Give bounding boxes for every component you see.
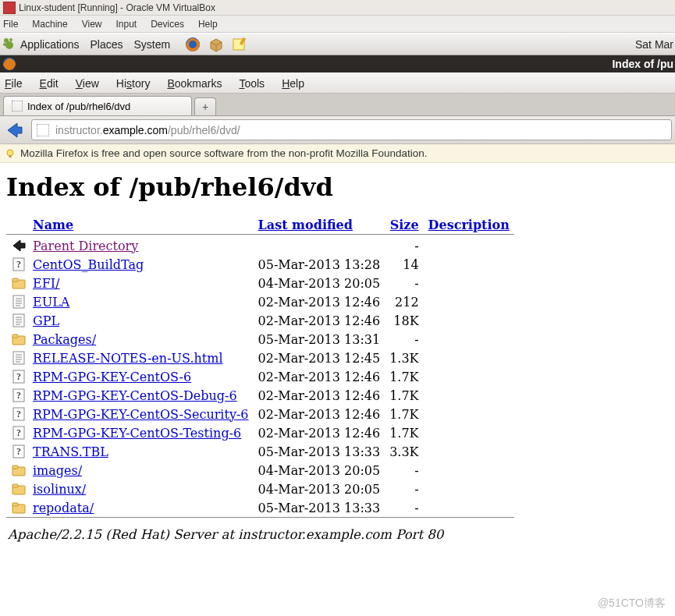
firefox-window-title: Index of /pu <box>17 58 675 70</box>
virtualbox-titlebar: Linux-student [Running] - Oracle VM Virt… <box>0 0 675 16</box>
gnome-foot-icon <box>2 37 17 51</box>
folder-icon <box>6 461 28 480</box>
firefox-launcher-icon[interactable] <box>184 36 201 53</box>
file-link[interactable]: RELEASE-NOTES-en-US.html <box>33 351 223 366</box>
tab-favicon <box>12 101 23 112</box>
table-row: RPM-GPG-KEY-CentOS-602-Mar-2013 12:461.7… <box>6 367 514 386</box>
gnome-menu-applications[interactable]: Applications <box>20 38 80 51</box>
file-link[interactable]: TRANS.TBL <box>33 444 108 459</box>
virtualbox-menubar: File Machine View Input Devices Help <box>0 16 675 33</box>
unknown-icon <box>6 255 28 274</box>
table-row: EULA02-Mar-2013 12:46212 <box>6 292 514 311</box>
gnome-clock[interactable]: Sat Mar <box>635 38 673 51</box>
file-description <box>424 292 514 311</box>
folder-icon <box>6 330 28 349</box>
new-tab-button[interactable]: + <box>194 97 216 115</box>
file-description <box>424 498 514 518</box>
file-link[interactable]: Packages/ <box>33 332 96 347</box>
text-icon <box>6 349 28 367</box>
table-row: Parent Directory- <box>6 236 514 255</box>
table-row: RPM-GPG-KEY-CentOS-Security-602-Mar-2013… <box>6 405 514 423</box>
firefox-menubar: File Edit View History Bookmarks Tools H… <box>0 73 675 94</box>
ff-menu-history[interactable]: History <box>116 77 151 90</box>
file-description <box>424 274 514 292</box>
plus-icon: + <box>202 101 208 113</box>
gnome-menu-places[interactable]: Places <box>91 38 123 51</box>
file-link[interactable]: EFI/ <box>33 276 60 291</box>
file-modified: 02-Mar-2013 12:46 <box>254 292 385 311</box>
col-size[interactable]: Size <box>390 218 419 232</box>
file-size: 1.7K <box>385 405 423 423</box>
file-description <box>424 386 514 405</box>
notes-launcher-icon[interactable] <box>231 36 248 53</box>
file-link[interactable]: Parent Directory <box>33 239 138 253</box>
file-description <box>424 255 514 274</box>
tab-current[interactable]: Index of /pub/rhel6/dvd <box>3 96 192 115</box>
table-row: CentOS_BuildTag05-Mar-2013 13:2814 <box>6 255 514 274</box>
file-link[interactable]: RPM-GPG-KEY-CentOS-Debug-6 <box>33 388 237 403</box>
ff-menu-bookmarks[interactable]: Bookmarks <box>167 77 222 90</box>
file-modified: 02-Mar-2013 12:45 <box>254 349 385 367</box>
vbox-menu-file[interactable]: File <box>3 19 18 30</box>
ff-menu-view[interactable]: View <box>76 77 99 90</box>
lightbulb-icon <box>5 148 16 159</box>
file-size: 1.7K <box>385 386 423 405</box>
file-modified: 05-Mar-2013 13:33 <box>254 442 385 461</box>
ff-menu-edit[interactable]: Edit <box>40 77 59 90</box>
tab-title: Index of /pub/rhel6/dvd <box>27 101 130 112</box>
file-description <box>424 461 514 480</box>
file-link[interactable]: RPM-GPG-KEY-CentOS-Testing-6 <box>33 426 241 441</box>
back-icon <box>6 236 28 255</box>
table-row: images/04-Mar-2013 20:05- <box>6 461 514 480</box>
file-size: - <box>385 461 423 480</box>
unknown-icon <box>6 405 28 423</box>
ff-menu-file[interactable]: File <box>5 77 23 90</box>
gnome-menu-system[interactable]: System <box>134 38 171 51</box>
table-row: RPM-GPG-KEY-CentOS-Testing-602-Mar-2013 … <box>6 423 514 442</box>
folder-icon <box>6 498 28 518</box>
file-link[interactable]: isolinux/ <box>33 482 86 497</box>
svg-point-3 <box>3 43 6 46</box>
svg-point-11 <box>7 150 13 156</box>
table-row: RPM-GPG-KEY-CentOS-Debug-602-Mar-2013 12… <box>6 386 514 405</box>
unknown-icon <box>6 442 28 461</box>
file-description <box>424 349 514 367</box>
url-host: example.com <box>103 124 168 136</box>
vbox-menu-view[interactable]: View <box>82 19 102 30</box>
table-row: GPL02-Mar-2013 12:4618K <box>6 311 514 330</box>
package-launcher-icon[interactable] <box>208 36 225 53</box>
vbox-menu-devices[interactable]: Devices <box>151 19 184 30</box>
text-icon <box>6 292 28 311</box>
file-link[interactable]: GPL <box>33 313 59 328</box>
vbox-menu-help[interactable]: Help <box>198 19 218 30</box>
site-identity-icon[interactable] <box>37 124 49 136</box>
vbox-menu-input[interactable]: Input <box>116 19 137 30</box>
gnome-top-panel: Applications Places System Sat Mar <box>0 33 675 55</box>
file-modified: 02-Mar-2013 12:46 <box>254 367 385 386</box>
svg-point-1 <box>9 38 12 41</box>
file-link[interactable]: CentOS_BuildTag <box>33 257 144 272</box>
table-row: repodata/05-Mar-2013 13:33- <box>6 498 514 518</box>
file-description <box>424 480 514 498</box>
back-button[interactable] <box>3 120 23 140</box>
vbox-menu-machine[interactable]: Machine <box>32 19 67 30</box>
col-desc[interactable]: Description <box>428 218 510 232</box>
file-link[interactable]: repodata/ <box>33 501 94 515</box>
file-modified: 04-Mar-2013 20:05 <box>254 274 385 292</box>
file-link[interactable]: EULA <box>33 295 69 310</box>
virtualbox-icon <box>3 2 16 14</box>
url-bar[interactable]: instructor.example.com/pub/rhel6/dvd/ <box>31 119 672 140</box>
table-row: RELEASE-NOTES-en-US.html02-Mar-2013 12:4… <box>6 349 514 367</box>
file-description <box>424 423 514 442</box>
table-row: TRANS.TBL05-Mar-2013 13:333.3K <box>6 442 514 461</box>
file-link[interactable]: RPM-GPG-KEY-CentOS-6 <box>33 370 191 384</box>
file-modified: 02-Mar-2013 12:46 <box>254 405 385 423</box>
ff-menu-tools[interactable]: Tools <box>239 77 265 90</box>
col-modified[interactable]: Last modified <box>258 218 353 232</box>
file-link[interactable]: RPM-GPG-KEY-CentOS-Security-6 <box>33 407 249 422</box>
ff-menu-help[interactable]: Help <box>282 77 304 90</box>
col-name[interactable]: Name <box>33 218 73 232</box>
file-size: 18K <box>385 311 423 330</box>
file-size: - <box>385 480 423 498</box>
file-link[interactable]: images/ <box>33 463 82 478</box>
